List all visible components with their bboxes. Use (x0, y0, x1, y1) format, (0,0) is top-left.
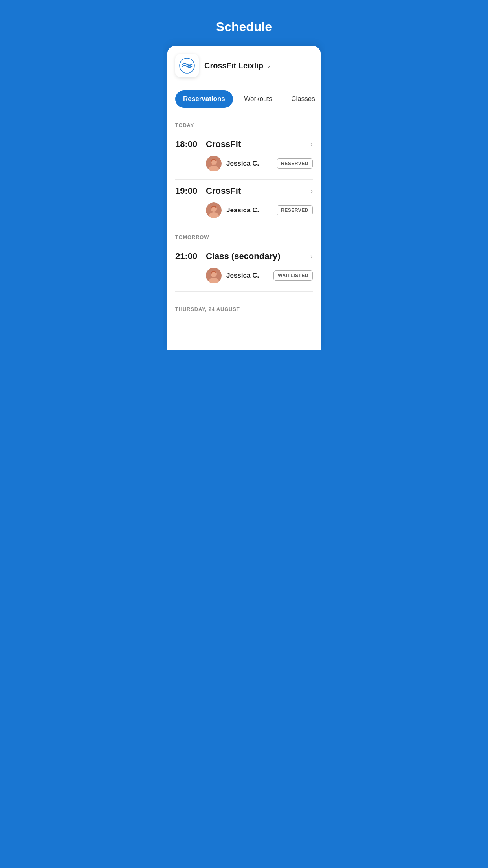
participant-info-2: Jessica C. (206, 202, 259, 218)
participant-row-3: Jessica C. WAITLISTED (206, 266, 313, 288)
participant-info-3: Jessica C. (206, 268, 259, 283)
gym-logo (175, 54, 199, 77)
class-name-secondary: Class (secondary) (206, 251, 310, 261)
avatar-jessica-3 (206, 268, 222, 283)
section-tomorrow: TOMORROW (175, 226, 313, 245)
chevron-down-icon: ⌄ (266, 63, 271, 69)
gym-logo-icon (179, 58, 195, 74)
svg-point-0 (180, 58, 194, 73)
status-badge-waitlisted: WAITLISTED (273, 270, 313, 281)
class-time-2100: 21:00 (175, 251, 203, 261)
svg-point-11 (211, 207, 216, 211)
chevron-right-icon-3: › (310, 252, 313, 261)
svg-point-6 (211, 160, 216, 165)
section-today: TODAY (175, 114, 313, 133)
participant-name-3: Jessica C. (226, 272, 259, 280)
class-time-row-3[interactable]: 21:00 Class (secondary) › (175, 251, 313, 261)
class-time-1800: 18:00 (175, 139, 203, 149)
chevron-right-icon-1: › (310, 140, 313, 149)
main-card: CrossFit Leixlip ⌄ Reservations Workouts… (167, 46, 321, 350)
gym-name: CrossFit Leixlip (204, 61, 263, 70)
section-thursday: THURSDAY, 24 AUGUST (175, 298, 313, 317)
class-row-1800: 18:00 CrossFit › (175, 133, 313, 180)
avatar-jessica-2 (206, 202, 222, 218)
class-name-crossfit-1: CrossFit (206, 139, 310, 149)
class-name-crossfit-2: CrossFit (206, 186, 310, 196)
participant-info-1: Jessica C. (206, 156, 259, 171)
class-row-2100: 21:00 Class (secondary) › (175, 245, 313, 292)
svg-point-16 (211, 272, 216, 277)
page-title: Schedule (163, 0, 325, 46)
class-time-row-2[interactable]: 19:00 CrossFit › (175, 186, 313, 196)
gym-name-row[interactable]: CrossFit Leixlip ⌄ (204, 61, 271, 70)
tabs-container: Reservations Workouts Classes App (167, 84, 321, 108)
status-badge-reserved-1: RESERVED (277, 158, 313, 169)
chevron-right-icon-2: › (310, 187, 313, 195)
content-area: TODAY 18:00 CrossFit › (167, 114, 321, 350)
class-time-1900: 19:00 (175, 186, 203, 196)
participant-name-1: Jessica C. (226, 160, 259, 167)
tab-reservations[interactable]: Reservations (175, 90, 233, 108)
section-divider-thursday (175, 295, 313, 295)
tab-classes[interactable]: Classes (283, 90, 321, 108)
participant-name-2: Jessica C. (226, 206, 259, 214)
avatar-jessica-1 (206, 156, 222, 171)
status-badge-reserved-2: RESERVED (277, 205, 313, 215)
phone-container: Schedule CrossFit Leixlip ⌄ Reservations… (163, 0, 325, 350)
tab-workouts[interactable]: Workouts (236, 90, 280, 108)
participant-row-1: Jessica C. RESERVED (206, 154, 313, 176)
participant-row-2: Jessica C. RESERVED (206, 201, 313, 223)
class-row-1900: 19:00 CrossFit › (175, 180, 313, 226)
gym-header: CrossFit Leixlip ⌄ (167, 46, 321, 84)
class-time-row[interactable]: 18:00 CrossFit › (175, 139, 313, 149)
